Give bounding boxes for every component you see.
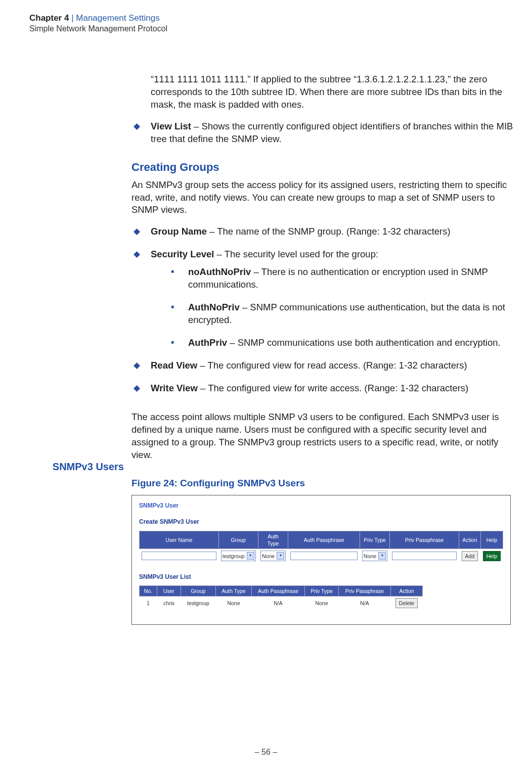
user-list-table: No. User Group Auth Type Auth Passphrase… [139,585,423,610]
chapter-line: Chapter 4 | Management Settings [29,13,503,23]
delete-button[interactable]: Delete [395,598,418,608]
list-col-group: Group [181,585,216,596]
view-list-text: – Shows the currently configured object … [151,121,513,144]
list-col-priv-type: Priv Type [305,585,339,596]
group-select[interactable]: testgroup ▾ [221,551,256,561]
authnopriv-label: AuthNoPriv [188,302,240,312]
col-help: Help [481,531,503,549]
list-col-user: User [157,585,181,596]
group-name-text: – The name of the SNMP group. (Range: 1-… [207,226,451,237]
read-view-label: Read View [151,360,197,371]
figure-title-main: SNMPv3 User [139,501,503,510]
creating-groups-para: An SNMPv3 group sets the access policy f… [131,179,513,217]
figure-title-create: Create SNMPv3 User [139,518,503,526]
read-view-item: Read View – The configured view for read… [131,359,513,372]
priv-type-select[interactable]: None ▾ [362,551,387,561]
main-content: “1111 1111 1011 1111.” If applied to the… [131,73,513,625]
cell-no: 1 [140,596,157,610]
cell-priv-passphrase: N/A [339,596,391,610]
page-number: – 56 – [0,748,532,757]
write-view-text: – The configured view for write access. … [198,383,468,393]
group-select-value: testgroup [223,553,245,560]
snmpv3-users-para: The access point allows multiple SNMP v3… [131,411,513,462]
section-title: Simple Network Management Protocol [29,24,503,33]
col-priv-type: Priv Type [360,531,389,549]
add-button[interactable]: Add [462,551,478,561]
cell-group: testgroup [181,596,216,610]
authpriv-label: AuthPriv [188,337,227,348]
chevron-down-icon: ▾ [277,552,284,560]
snmpv3-users-side-heading: SNMPv3 Users [20,461,124,473]
noauthnopriv-item: noAuthNoPriv – There is no authenticatio… [171,266,513,291]
help-button[interactable]: Help [483,551,501,561]
priv-passphrase-input[interactable] [392,552,457,560]
cell-auth-type: None [216,596,252,610]
list-col-priv-passphrase: Priv Passphrase [339,585,391,596]
chapter-title: Management Settings [76,13,159,23]
creating-groups-heading: Creating Groups [131,160,513,175]
chevron-down-icon: ▾ [247,552,254,560]
list-col-action: Action [391,585,423,596]
create-user-header-row: User Name Group Auth Type Auth Passphras… [140,531,503,549]
auth-type-select[interactable]: None ▾ [260,551,286,561]
figure-title-list: SNMPv3 User List [139,573,503,581]
authpriv-text: – SNMP communications use both authentic… [227,337,501,348]
figure-caption: Figure 24: Configuring SNMPv3 Users [131,477,513,490]
write-view-label: Write View [151,383,198,393]
cell-user: chris [157,596,181,610]
view-list-item: View List – Shows the currently configur… [131,120,513,146]
authnopriv-item: AuthNoPriv – SNMP communications use aut… [171,301,513,327]
col-auth-type: Auth Type [258,531,288,549]
authpriv-item: AuthPriv – SNMP communications use both … [171,337,513,349]
col-auth-passphrase: Auth Passphrase [288,531,360,549]
auth-type-value: None [262,553,275,560]
figure-snmpv3-users: SNMPv3 User Create SNMPv3 User User Name… [131,495,511,625]
read-view-text: – The configured view for read access. (… [197,360,467,371]
col-user-name: User Name [140,531,219,549]
view-list-label: View List [151,121,191,131]
noauthnopriv-label: noAuthNoPriv [188,266,251,277]
priv-type-value: None [364,553,376,560]
group-name-label: Group Name [151,226,207,237]
page-header: Chapter 4 | Management Settings Simple N… [29,13,503,33]
cell-priv-type: None [305,596,339,610]
group-name-item: Group Name – The name of the SNMP group.… [131,225,513,238]
user-list-row: 1 chris testgroup None N/A None N/A Dele… [140,596,423,610]
col-priv-passphrase: Priv Passphrase [390,531,459,549]
write-view-item: Write View – The configured view for wri… [131,382,513,395]
user-name-input[interactable] [142,552,216,560]
list-col-auth-type: Auth Type [216,585,252,596]
auth-passphrase-input[interactable] [290,552,358,560]
create-user-table: User Name Group Auth Type Auth Passphras… [139,531,503,563]
col-action: Action [459,531,480,549]
chevron-down-icon: ▾ [378,552,386,560]
security-level-label: Security Level [151,249,214,259]
chapter-separator: | [69,13,76,23]
list-col-auth-passphrase: Auth Passphrase [252,585,305,596]
security-level-item: Security Level – The security level used… [131,248,513,349]
chapter-label: Chapter 4 [29,13,69,23]
create-user-input-row: testgroup ▾ None ▾ [140,549,503,563]
cell-auth-passphrase: N/A [252,596,305,610]
security-level-text: – The security level used for the group: [214,249,378,259]
mask-paragraph: “1111 1111 1011 1111.” If applied to the… [131,73,513,111]
list-col-no: No. [140,585,157,596]
col-group: Group [218,531,258,549]
user-list-header-row: No. User Group Auth Type Auth Passphrase… [140,585,423,596]
